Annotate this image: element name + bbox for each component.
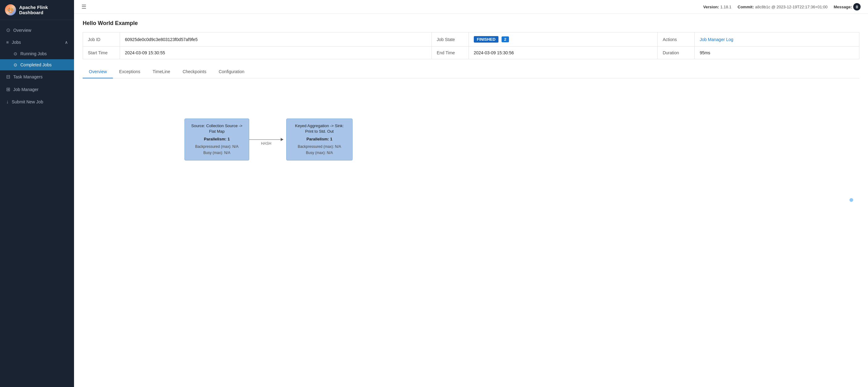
tab-checkpoints[interactable]: Checkpoints xyxy=(177,65,213,79)
sidebar-item-submit-new-job[interactable]: ↓ Submit New Job xyxy=(0,96,74,108)
finished-badge: FINISHED xyxy=(474,36,499,42)
node1-busy: Busy (max): N/A xyxy=(190,150,244,156)
start-time-label: Start Time xyxy=(83,47,120,59)
running-jobs-label: Running Jobs xyxy=(20,51,47,56)
duration-label: Duration xyxy=(658,47,695,59)
job-manager-log-anchor[interactable]: Job Manager Log xyxy=(700,37,733,42)
node1-title: Source: Collection Source -> Flat Map xyxy=(190,123,244,134)
main-content: ☰ Version: 1.18.1 Commit: a8c8b1c @ 2023… xyxy=(74,0,868,387)
flow-graph: Source: Collection Source -> Flat Map Pa… xyxy=(83,88,859,205)
job-manager-log-link[interactable]: Job Manager Log xyxy=(695,32,859,47)
tab-overview[interactable]: Overview xyxy=(83,65,113,79)
sidebar-item-task-managers[interactable]: ⊟ Task Managers xyxy=(0,70,74,83)
sidebar-nav: ⊙ Overview ≡ Jobs ∧ ⊙ Running Jobs ⊙ Com… xyxy=(0,20,74,387)
app-title: Apache Flink Dashboard xyxy=(19,5,69,15)
flow-edge: HASH xyxy=(249,140,283,146)
job-graph-area: Source: Collection Source -> Flat Map Pa… xyxy=(83,79,859,211)
page-content: Hello World Example Job ID 60925de0c0d9c… xyxy=(74,14,868,387)
tab-exceptions[interactable]: Exceptions xyxy=(113,65,146,79)
sidebar-overview-label: Overview xyxy=(13,28,31,33)
duration-value: 95ms xyxy=(695,47,859,59)
flow-node-sink[interactable]: Keyed Aggregation -> Sink: Print to Std.… xyxy=(286,119,352,160)
sidebar: 🎨 Apache Flink Dashboard ⊙ Overview ≡ Jo… xyxy=(0,0,74,387)
running-jobs-icon: ⊙ xyxy=(13,51,17,56)
tab-timeline[interactable]: TimeLine xyxy=(147,65,177,79)
version-label: Version: xyxy=(703,5,719,9)
app-logo: 🎨 xyxy=(5,4,16,16)
job-info-table: Job ID 60925de0c0d9c3e803123f0d57af9fe5 … xyxy=(83,32,859,59)
jobs-icon: ≡ xyxy=(6,40,9,45)
state-num-badge: 2 xyxy=(501,36,509,42)
sidebar-item-running-jobs[interactable]: ⊙ Running Jobs xyxy=(0,48,74,59)
topbar-message: Message: 0 xyxy=(834,3,861,10)
topbar-commit: Commit: a8c8b1c @ 2023-12-19T22:17:36+01… xyxy=(738,5,827,9)
completed-jobs-icon: ⊙ xyxy=(13,62,17,67)
node2-backpressured: Backpressured (max): N/A xyxy=(291,144,347,150)
flow-node-source[interactable]: Source: Collection Source -> Flat Map Pa… xyxy=(184,119,249,160)
menu-icon[interactable]: ☰ xyxy=(82,3,86,10)
job-id-label: Job ID xyxy=(83,32,120,47)
overview-icon: ⊙ xyxy=(6,27,10,33)
commit-value: a8c8b1c @ 2023-12-19T22:17:36+01:00 xyxy=(755,5,828,9)
overview-tabs: Overview Exceptions TimeLine Checkpoints… xyxy=(83,65,859,79)
version-value: 1.18.1 xyxy=(720,5,731,9)
job-manager-icon: ⊞ xyxy=(6,86,10,92)
node2-stats: Backpressured (max): N/A Busy (max): N/A xyxy=(291,144,347,155)
commit-label: Commit: xyxy=(738,5,754,9)
scroll-indicator xyxy=(849,198,853,202)
node1-stats: Backpressured (max): N/A Busy (max): N/A xyxy=(190,144,244,155)
start-time-value: 2024-03-09 15:30:55 xyxy=(120,47,432,59)
task-managers-label: Task Managers xyxy=(13,75,42,79)
sidebar-item-job-manager[interactable]: ⊞ Job Manager xyxy=(0,83,74,96)
sidebar-header: 🎨 Apache Flink Dashboard xyxy=(0,0,74,20)
sidebar-jobs-label: Jobs xyxy=(12,40,21,45)
page-title: Hello World Example xyxy=(83,20,859,27)
job-id-row: Job ID 60925de0c0d9c3e803123f0d57af9fe5 … xyxy=(83,32,859,47)
submit-icon: ↓ xyxy=(6,99,9,105)
node1-backpressured: Backpressured (max): N/A xyxy=(190,144,244,150)
tab-configuration[interactable]: Configuration xyxy=(213,65,250,79)
topbar-version: Version: 1.18.1 xyxy=(703,5,731,9)
edge-label: HASH xyxy=(261,141,271,146)
chevron-up-icon: ∧ xyxy=(65,40,68,45)
message-label: Message: xyxy=(834,5,852,9)
job-id-value: 60925de0c0d9c3e803123f0d57af9fe5 xyxy=(120,32,432,47)
end-time-label: End Time xyxy=(432,47,469,59)
completed-jobs-label: Completed Jobs xyxy=(20,62,52,67)
actions-label: Actions xyxy=(658,32,695,47)
job-manager-label: Job Manager xyxy=(13,87,38,92)
end-time-value: 2024-03-09 15:30:56 xyxy=(469,47,658,59)
job-state-value: FINISHED 2 xyxy=(469,32,658,47)
node1-parallelism: Parallelism: 1 xyxy=(190,137,244,141)
node2-busy: Busy (max): N/A xyxy=(291,150,347,156)
sidebar-item-completed-jobs[interactable]: ⊙ Completed Jobs xyxy=(0,59,74,70)
node2-title: Keyed Aggregation -> Sink: Print to Std.… xyxy=(291,123,347,134)
time-row: Start Time 2024-03-09 15:30:55 End Time … xyxy=(83,47,859,59)
task-managers-icon: ⊟ xyxy=(6,74,10,80)
node2-parallelism: Parallelism: 1 xyxy=(291,137,347,141)
job-state-label: Job State xyxy=(432,32,469,47)
submit-new-job-label: Submit New Job xyxy=(12,99,43,104)
sidebar-item-overview[interactable]: ⊙ Overview xyxy=(0,24,74,36)
message-count-badge[interactable]: 0 xyxy=(853,3,861,10)
sidebar-group-jobs[interactable]: ≡ Jobs ∧ xyxy=(0,36,74,48)
topbar: ☰ Version: 1.18.1 Commit: a8c8b1c @ 2023… xyxy=(74,0,868,14)
